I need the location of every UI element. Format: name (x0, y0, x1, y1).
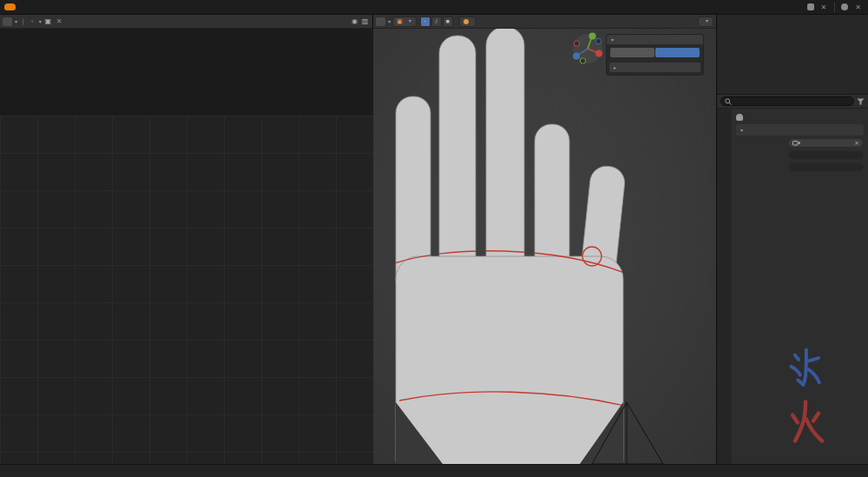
viewport-header: ▾ ▣ ▾ · / ■ ▾ (373, 15, 716, 29)
filter-icon[interactable] (857, 98, 865, 105)
chevron-down-icon: ▾ (15, 18, 17, 24)
topbar-right: ✕ ✕ (807, 3, 868, 12)
chevron-down-icon: ▾ (39, 18, 42, 24)
uv-editor-header: ▾ │ ◦ ▾ ▣ ✕ ◉ ▥ (0, 15, 372, 29)
status-bar (0, 464, 868, 477)
outliner (717, 15, 868, 95)
select-mode-buttons: · / ■ (420, 17, 453, 27)
view-layer-icon (841, 3, 848, 10)
search-icon (725, 98, 732, 105)
scene-icon (807, 3, 814, 10)
retopoflow-button[interactable] (459, 17, 476, 27)
global-button[interactable] (610, 48, 654, 57)
n-panel: ▾ ▸ (606, 34, 704, 76)
properties-header (717, 95, 868, 109)
viewport-3d: ▾ ▣ ▾ · / ■ ▾ (373, 15, 716, 464)
uv-mesh-svg (0, 29, 373, 464)
pivot-icon[interactable]: ◦ (28, 17, 37, 25)
blender-window: { "topbar": { "menus": ["File", "Edit", … (0, 0, 868, 477)
uv-editor: ▾ │ ◦ ▾ ▣ ✕ ◉ ▥ (0, 15, 373, 464)
unlink-icon[interactable]: ✕ (854, 140, 859, 147)
options-dropdown[interactable]: ▾ (698, 17, 713, 27)
breadcrumb (736, 111, 864, 123)
edge-select-icon[interactable]: / (431, 17, 442, 27)
local-button[interactable] (655, 48, 700, 57)
camera-field[interactable]: ✕ (788, 138, 864, 148)
axis-z-icon (573, 53, 580, 60)
properties-content: ▾ ✕ (732, 109, 868, 464)
scene-icon (736, 114, 743, 121)
properties-search-input[interactable] (720, 96, 854, 106)
divider (834, 3, 835, 12)
camera-icon (792, 140, 800, 146)
background-scene-field[interactable] (788, 150, 864, 160)
active-clip-field[interactable] (788, 162, 864, 172)
viewport-canvas[interactable]: ▾ ▸ (373, 29, 716, 464)
uv-canvas[interactable] (0, 29, 373, 464)
scene-unlink-icon[interactable]: ✕ (819, 3, 829, 11)
editor-type-icon[interactable] (376, 17, 385, 26)
axis-y-icon (589, 33, 596, 40)
hand-mesh-svg (373, 29, 716, 464)
face-select-icon[interactable]: ■ (443, 17, 453, 27)
axis-x-icon (595, 50, 602, 57)
scene-section-header[interactable]: ▾ (736, 124, 864, 136)
navigation-gizmo[interactable] (571, 32, 604, 65)
uv-snap-icon[interactable]: ◉ (350, 17, 359, 25)
properties-tab-strip (717, 109, 732, 464)
image-browse-icon[interactable]: ▣ (43, 17, 53, 25)
chevron-down-icon: ▾ (388, 18, 391, 24)
blender-logo-icon[interactable] (4, 3, 16, 10)
uv-options-icon[interactable]: ▥ (360, 17, 370, 25)
properties-subpanel-header[interactable]: ▸ (609, 63, 700, 72)
right-panel: ▾ ✕ (716, 15, 868, 464)
transform-panel-header[interactable]: ▾ (607, 35, 703, 44)
editor-type-icon[interactable] (3, 17, 12, 26)
topbar: ✕ ✕ (0, 0, 868, 15)
divider: │ (22, 19, 25, 24)
vertex-select-icon[interactable]: · (420, 17, 431, 27)
image-unlink-icon[interactable]: ✕ (55, 17, 64, 25)
mode-dropdown[interactable]: ▣ ▾ (392, 17, 417, 27)
coordinate-space-toggle (610, 48, 700, 57)
view-layer-unlink-icon[interactable]: ✕ (853, 3, 863, 11)
